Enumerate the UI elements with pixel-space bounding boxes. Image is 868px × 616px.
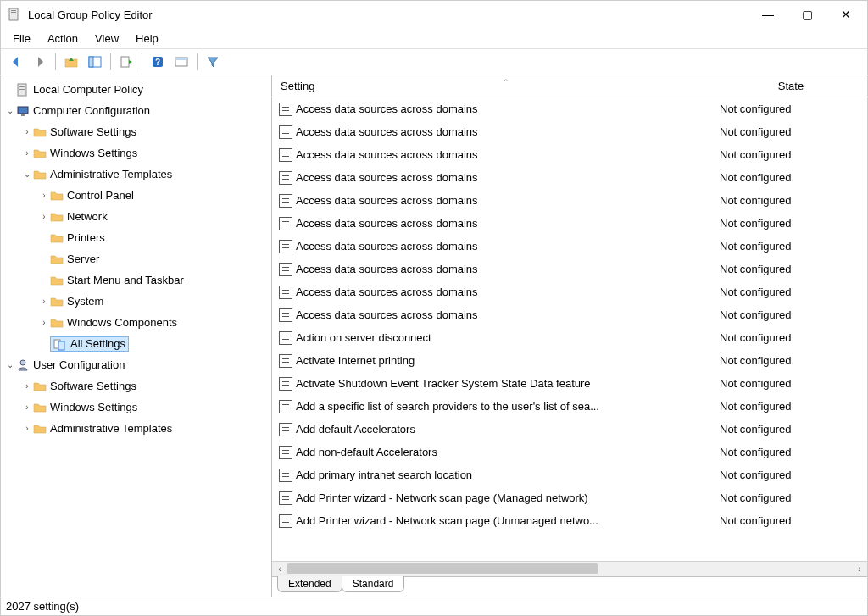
minimize-button[interactable]: — — [748, 1, 787, 28]
scroll-left-icon[interactable]: ‹ — [272, 564, 287, 574]
tree-root[interactable]: Local Computer Policy — [1, 79, 271, 100]
menu-action[interactable]: Action — [39, 31, 86, 47]
tree-control-panel[interactable]: › Control Panel — [1, 185, 271, 206]
list-row[interactable]: Add non-default AcceleratorsNot configur… — [272, 441, 867, 463]
setting-name: Access data sources across domains — [296, 125, 478, 138]
tree-all-settings[interactable]: All Settings — [1, 333, 271, 354]
list-row[interactable]: Access data sources across domainsNot co… — [272, 212, 867, 235]
tree-network[interactable]: › Network — [1, 206, 271, 227]
list-row[interactable]: Add Printer wizard - Network scan page (… — [272, 486, 867, 509]
folder-icon — [50, 253, 64, 266]
list-row[interactable]: Access data sources across domainsNot co… — [272, 235, 867, 258]
state-cell: Not configured — [715, 423, 867, 436]
tree-system[interactable]: › System — [1, 291, 271, 312]
setting-name: Access data sources across domains — [296, 194, 478, 207]
list-row[interactable]: Activate Shutdown Event Tracker System S… — [272, 372, 867, 395]
toolbar-separator — [110, 53, 111, 70]
back-button[interactable] — [6, 52, 26, 72]
tree-cc-windows[interactable]: › Windows Settings — [1, 142, 271, 164]
tree-label: Software Settings — [50, 380, 136, 392]
list-row[interactable]: Action on server disconnectNot configure… — [272, 326, 867, 349]
list-row[interactable]: Access data sources across domainsNot co… — [272, 120, 867, 143]
chevron-right-icon[interactable]: › — [21, 402, 33, 412]
list-row[interactable]: Access data sources across domainsNot co… — [272, 189, 867, 212]
close-button[interactable]: ✕ — [826, 1, 865, 28]
policy-setting-icon — [279, 469, 292, 482]
column-state-label: State — [778, 80, 804, 92]
scroll-right-icon[interactable]: › — [852, 564, 867, 574]
tree-uc-software[interactable]: › Software Settings — [1, 375, 271, 397]
chevron-right-icon[interactable]: › — [38, 191, 50, 200]
tree-pane[interactable]: Local Computer Policy ⌄ Computer Configu… — [1, 75, 272, 597]
list-row[interactable]: Add primary intranet search locationNot … — [272, 463, 867, 486]
column-setting[interactable]: Setting — [272, 80, 715, 92]
settings-list[interactable]: Access data sources across domainsNot co… — [272, 97, 867, 561]
chevron-right-icon[interactable]: › — [21, 381, 33, 391]
chevron-down-icon[interactable]: ⌄ — [4, 360, 16, 369]
list-header: Setting ⌃ State — [272, 75, 867, 97]
list-row[interactable]: Add default AcceleratorsNot configured — [272, 418, 867, 441]
column-state[interactable]: ⌃ State — [715, 80, 867, 92]
list-row[interactable]: Access data sources across domainsNot co… — [272, 303, 867, 326]
tree-server[interactable]: Server — [1, 248, 271, 269]
tree-cc-software[interactable]: › Software Settings — [1, 121, 271, 142]
state-cell: Not configured — [715, 103, 867, 115]
scrollbar-track[interactable] — [287, 562, 852, 576]
list-row[interactable]: Access data sources across domainsNot co… — [272, 166, 867, 189]
tree-startmenu[interactable]: Start Menu and Taskbar — [1, 269, 271, 291]
menu-file[interactable]: File — [4, 31, 39, 47]
chevron-right-icon[interactable]: › — [21, 127, 33, 136]
chevron-right-icon[interactable]: › — [38, 297, 50, 306]
chevron-down-icon[interactable]: ⌄ — [21, 169, 33, 179]
list-row[interactable]: Access data sources across domainsNot co… — [272, 280, 867, 303]
chevron-down-icon[interactable]: ⌄ — [4, 106, 16, 115]
policy-setting-icon — [279, 354, 292, 368]
state-cell: Not configured — [715, 400, 867, 413]
tree-cc-admin[interactable]: ⌄ Administrative Templates — [1, 164, 271, 185]
list-row[interactable]: Access data sources across domainsNot co… — [272, 97, 867, 120]
list-row[interactable]: Activate Internet printingNot configured — [272, 349, 867, 372]
filter-button[interactable] — [203, 52, 223, 72]
chevron-right-icon[interactable]: › — [21, 148, 33, 158]
tree-printers[interactable]: Printers — [1, 227, 271, 248]
tree-uc-admin[interactable]: › Administrative Templates — [1, 418, 271, 439]
list-row[interactable]: Access data sources across domainsNot co… — [272, 143, 867, 166]
chevron-right-icon[interactable]: › — [38, 212, 50, 221]
list-row[interactable]: Add a specific list of search providers … — [272, 395, 867, 418]
state-cell: Not configured — [715, 446, 867, 458]
state-cell: Not configured — [715, 148, 867, 161]
policy-setting-icon — [279, 148, 292, 162]
tree-label: Administrative Templates — [50, 422, 172, 435]
svg-rect-11 — [175, 58, 187, 60]
horizontal-scrollbar[interactable]: ‹ › — [272, 561, 867, 576]
maximize-button[interactable]: ▢ — [787, 1, 826, 28]
tree-uc-windows[interactable]: › Windows Settings — [1, 397, 271, 418]
tab-standard[interactable]: Standard — [342, 576, 405, 592]
content-split: Local Computer Policy ⌄ Computer Configu… — [1, 75, 867, 597]
chevron-right-icon[interactable]: › — [21, 424, 33, 433]
menu-bar: File Action View Help — [1, 28, 867, 48]
scrollbar-thumb[interactable] — [287, 563, 598, 574]
setting-cell: Access data sources across domains — [279, 240, 715, 253]
tree-computer-config[interactable]: ⌄ Computer Configuration — [1, 100, 271, 121]
help-button[interactable]: ? — [147, 52, 168, 72]
folder-icon — [33, 380, 47, 393]
show-hide-tree-button[interactable] — [85, 52, 105, 72]
up-folder-button[interactable] — [61, 52, 81, 72]
tree-user-config[interactable]: ⌄ User Configuration — [1, 354, 271, 375]
svg-rect-7 — [121, 57, 129, 67]
tree-label: All Settings — [70, 337, 125, 350]
export-button[interactable] — [116, 52, 136, 72]
properties-button[interactable] — [171, 52, 192, 72]
list-row[interactable]: Add Printer wizard - Network scan page (… — [272, 509, 867, 532]
chevron-right-icon[interactable]: › — [38, 318, 50, 327]
tree-label: Windows Components — [67, 316, 177, 329]
list-row[interactable]: Access data sources across domainsNot co… — [272, 258, 867, 280]
menu-view[interactable]: View — [86, 31, 127, 47]
tree-windows-components[interactable]: › Windows Components — [1, 312, 271, 333]
menu-help[interactable]: Help — [127, 31, 167, 47]
forward-button[interactable] — [30, 52, 50, 72]
tab-extended[interactable]: Extended — [277, 576, 342, 592]
policy-setting-icon — [279, 263, 292, 276]
policy-setting-icon — [279, 491, 292, 505]
